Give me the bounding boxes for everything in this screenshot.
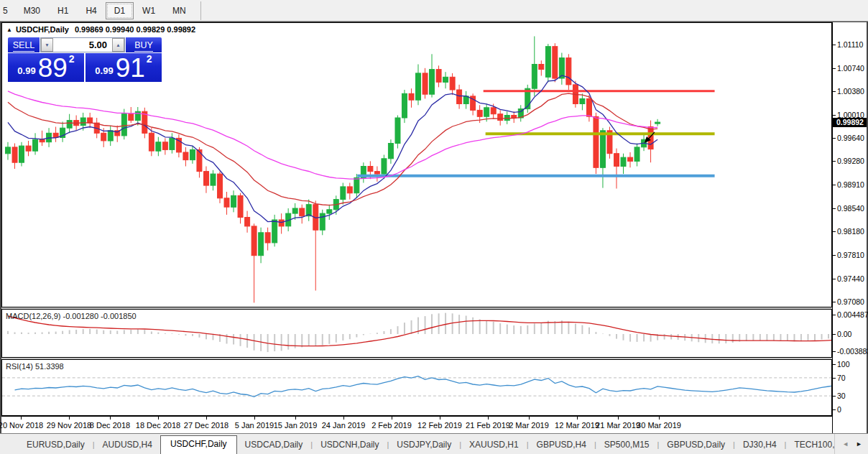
sell-button[interactable]: SELL <box>8 37 40 52</box>
rsi-panel[interactable]: RSI(14) 51.3398 <box>1 359 832 416</box>
rsi-level-lines <box>2 378 831 396</box>
date-tick-label: 2 Feb 2019 <box>371 421 412 430</box>
macd-tick-label: 0.00 <box>837 330 851 338</box>
rsi-chart[interactable] <box>2 360 831 415</box>
collapse-trade-panel-icon[interactable]: ▲ <box>6 27 12 33</box>
chart-tab-dj30-h4[interactable]: DJ30,H4 <box>735 437 785 454</box>
tab-scroll-arrows: ◄ ► <box>834 434 868 454</box>
buy-price-point: 2 <box>147 53 152 65</box>
volume-input[interactable]: 5.00 <box>53 38 112 52</box>
buy-price-display[interactable]: 0.99912 <box>86 53 162 82</box>
price-tick-label-tick <box>833 138 836 139</box>
chart-tab-audusd-h4[interactable]: AUDUSD,H4 <box>95 437 160 454</box>
main-chart-panel[interactable]: ▲USDCHF,Daily0.99869 0.99940 0.99829 0.9… <box>1 22 832 307</box>
date-tick <box>158 417 159 420</box>
rsi-tick-label: 70 <box>837 374 846 382</box>
price-tick-label: 0.97080 <box>837 298 864 306</box>
timeframe-button-h4[interactable]: H4 <box>77 2 105 19</box>
price-tick-label: 0.99640 <box>837 134 864 142</box>
date-tick <box>21 417 22 420</box>
medium-ma <box>8 93 657 205</box>
price-tick-label-tick <box>833 45 836 45</box>
chart-tab-gbpusd-daily[interactable]: GBPUSD,Daily <box>659 437 733 454</box>
date-tick <box>206 417 207 420</box>
date-tick-label: 18 Dec 2018 <box>136 421 180 430</box>
timeframe-button-m30[interactable]: M30 <box>15 2 49 19</box>
rsi-tick-label: 100 <box>837 361 850 369</box>
chart-tab-gbpusd-h4[interactable]: GBPUSD,H4 <box>529 437 594 454</box>
price-tick-label-tick <box>833 161 836 162</box>
price-tick-label-tick <box>833 91 836 92</box>
price-tick-label: 0.98180 <box>837 228 864 236</box>
date-tick <box>659 417 660 420</box>
date-tick <box>392 417 392 420</box>
price-tick-label-tick <box>833 231 836 232</box>
horizontal-level-lines[interactable] <box>357 91 714 176</box>
sell-price-display[interactable]: 0.99892 <box>8 53 84 82</box>
volume-decrease-button[interactable]: ▼ <box>41 38 53 52</box>
macd-tick-label-tick <box>833 351 836 352</box>
macd-tick-label: 0.004487 <box>837 311 868 319</box>
date-axis[interactable]: 20 Nov 201829 Nov 20188 Dec 201818 Dec 2… <box>1 416 832 434</box>
chart-workspace: ▲USDCHF,Daily0.99869 0.99940 0.99829 0.9… <box>0 22 868 433</box>
date-tick <box>343 417 344 420</box>
macd-tick-label-tick <box>833 334 836 335</box>
buy-button[interactable]: BUY <box>126 37 162 52</box>
date-tick-label: 21 Mar 2019 <box>596 421 640 430</box>
toolbar-separator <box>200 1 201 20</box>
date-tick-label: 29 Nov 2018 <box>47 421 91 430</box>
timeframe-toolbar: 5M30H1H4D1W1MN <box>0 0 868 22</box>
chevron-down-icon: ▼ <box>45 42 49 47</box>
date-tick-label: 8 Dec 2018 <box>90 421 130 430</box>
sell-price-pips: 89 <box>38 57 68 79</box>
sell-price-prefix: 0.99 <box>17 65 35 76</box>
date-tick <box>69 417 70 420</box>
chart-tab-usdcnh-daily[interactable]: USDCNH,Daily <box>313 437 387 454</box>
date-tick-label: 15 Jan 2019 <box>274 421 318 430</box>
chart-tab-usdcad-daily[interactable]: USDCAD,Daily <box>237 437 311 454</box>
volume-increase-button[interactable]: ▲ <box>112 38 124 52</box>
price-axis[interactable]: 1.011101.007401.003801.000100.996400.992… <box>832 22 867 433</box>
date-tick <box>488 417 489 420</box>
timeframe-button-mn[interactable]: MN <box>164 2 195 19</box>
price-tick-label-tick <box>833 302 836 302</box>
rsi-tick-label-tick <box>833 396 836 397</box>
sell-price-point: 2 <box>69 53 75 65</box>
date-tick <box>110 417 111 420</box>
chart-tab-bar: EURUSD,Daily|AUDUSD,H4USDCHF,DailyUSDCAD… <box>0 433 868 454</box>
macd-panel[interactable]: MACD(12,26,9) -0.001280 -0.001850 <box>1 309 832 358</box>
price-tick-label-tick <box>833 185 836 185</box>
price-tick-label: 0.98910 <box>837 181 864 189</box>
price-tick-label: 0.97440 <box>837 275 864 283</box>
date-tick <box>529 417 530 420</box>
chart-tab-usdchf-daily[interactable]: USDCHF,Daily <box>160 435 237 454</box>
date-tick-label: 12 Feb 2019 <box>417 421 462 430</box>
timeframe-button-w1[interactable]: W1 <box>134 2 164 19</box>
date-tick <box>618 417 619 420</box>
chart-tab-sp500-m15[interactable]: SP500,M15 <box>596 437 657 454</box>
date-tick-label: 24 Jan 2019 <box>322 421 366 430</box>
price-tick-label-tick <box>833 255 836 256</box>
chart-tab-usdjpy-daily[interactable]: USDJPY,Daily <box>389 437 459 454</box>
date-tick-label: 12 Mar 2019 <box>555 421 599 430</box>
price-tick-label-tick <box>833 115 836 116</box>
rsi-tick-label-tick <box>833 378 836 379</box>
chart-tab-eurusd-daily[interactable]: EURUSD,Daily <box>19 437 93 454</box>
rsi-tick-label-tick <box>833 364 836 365</box>
timeframe-button-5[interactable]: 5 <box>0 2 15 19</box>
price-tick-label: 0.98540 <box>837 205 864 213</box>
volume-spinner: ▼ 5.00 ▲ <box>40 37 125 52</box>
date-tick-label: 21 Feb 2019 <box>466 421 510 430</box>
chevron-up-icon: ▲ <box>116 42 120 47</box>
current-price-tag: 0.99892 <box>833 118 867 127</box>
tab-scroll-right-icon[interactable]: ► <box>856 440 862 448</box>
tab-scroll-left-icon[interactable]: ◄ <box>842 440 849 448</box>
timeframe-button-d1[interactable]: D1 <box>106 2 134 19</box>
date-tick <box>440 417 440 420</box>
timeframe-button-h1[interactable]: H1 <box>49 2 77 19</box>
fast-ma <box>8 75 657 223</box>
price-tick-label-tick <box>833 68 836 69</box>
price-tick-label: 0.97810 <box>837 251 864 259</box>
price-tick-label-tick <box>833 279 836 279</box>
chart-tab-xauusd-h1[interactable]: XAUUSD,H1 <box>461 437 527 454</box>
